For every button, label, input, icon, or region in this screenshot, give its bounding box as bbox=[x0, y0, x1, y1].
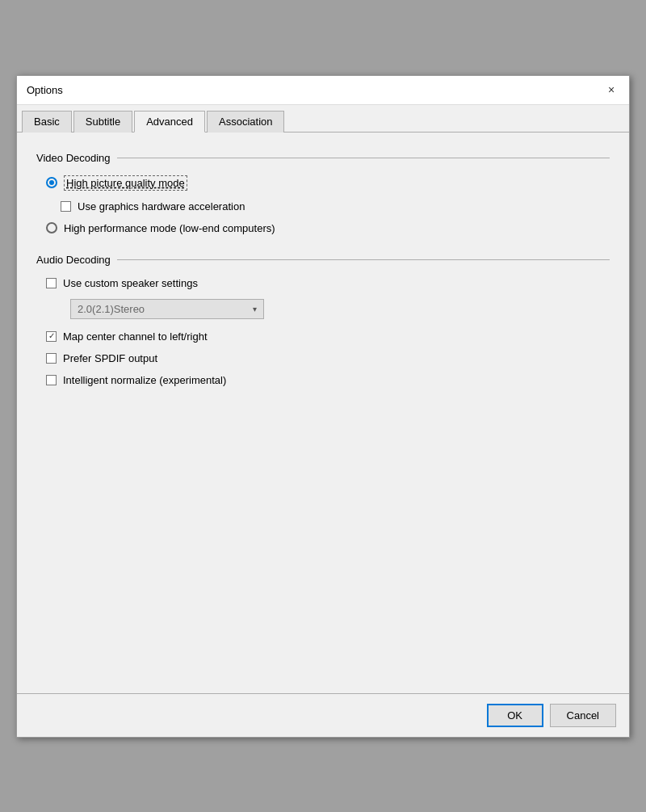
label-prefer-spdif: Prefer SPDIF output bbox=[63, 352, 157, 364]
tab-basic[interactable]: Basic bbox=[22, 111, 72, 133]
ok-button[interactable]: OK bbox=[487, 704, 543, 727]
radio-high-quality[interactable] bbox=[46, 177, 57, 188]
speaker-dropdown[interactable]: 2.0(2.1)Stereo ▾ bbox=[70, 299, 264, 319]
label-high-performance: High performance mode (low-end computers… bbox=[64, 222, 275, 234]
label-high-quality: High picture quality mode bbox=[64, 175, 187, 191]
label-intelligent-normalize: Intelligent normalize (experimental) bbox=[63, 374, 226, 386]
option-custom-speaker[interactable]: Use custom speaker settings bbox=[46, 277, 610, 289]
video-decoding-header: Video Decoding bbox=[36, 152, 610, 164]
option-high-performance[interactable]: High performance mode (low-end computers… bbox=[46, 222, 610, 234]
dialog-footer: OK Cancel bbox=[17, 693, 629, 737]
tab-subtitle[interactable]: Subtitle bbox=[73, 111, 132, 133]
audio-decoding-header: Audio Decoding bbox=[36, 254, 610, 266]
options-dialog: Options × Basic Subtitle Advanced Associ… bbox=[16, 75, 630, 738]
option-high-quality[interactable]: High picture quality mode bbox=[46, 175, 610, 191]
label-hw-accel: Use graphics hardware acceleration bbox=[78, 200, 245, 212]
checkbox-custom-speaker[interactable] bbox=[46, 278, 57, 288]
video-decoding-separator bbox=[117, 158, 610, 158]
audio-decoding-separator bbox=[117, 259, 610, 260]
checkbox-prefer-spdif[interactable] bbox=[46, 353, 57, 364]
label-map-center: Map center channel to left/right bbox=[63, 330, 208, 343]
option-intelligent-normalize[interactable]: Intelligent normalize (experimental) bbox=[46, 374, 610, 386]
tab-association[interactable]: Association bbox=[207, 111, 284, 133]
radio-high-performance[interactable] bbox=[46, 222, 57, 234]
title-bar: Options × bbox=[17, 76, 629, 105]
speaker-dropdown-row: 2.0(2.1)Stereo ▾ bbox=[70, 299, 610, 319]
audio-decoding-label: Audio Decoding bbox=[36, 254, 111, 266]
checkbox-map-center[interactable] bbox=[46, 331, 57, 342]
option-prefer-spdif[interactable]: Prefer SPDIF output bbox=[46, 352, 610, 364]
option-hw-accel[interactable]: Use graphics hardware acceleration bbox=[61, 200, 610, 212]
dialog-title: Options bbox=[27, 84, 63, 96]
dropdown-value: 2.0(2.1)Stereo bbox=[78, 303, 145, 315]
tab-bar: Basic Subtitle Advanced Association bbox=[17, 105, 629, 133]
tab-content-advanced: Video Decoding High picture quality mode… bbox=[17, 133, 629, 693]
checkbox-hw-accel[interactable] bbox=[61, 201, 71, 212]
video-decoding-label: Video Decoding bbox=[36, 152, 111, 164]
option-map-center[interactable]: Map center channel to left/right bbox=[46, 330, 610, 343]
label-custom-speaker: Use custom speaker settings bbox=[63, 277, 198, 289]
close-button[interactable]: × bbox=[603, 82, 619, 98]
tab-advanced[interactable]: Advanced bbox=[134, 111, 205, 133]
checkbox-intelligent-normalize[interactable] bbox=[46, 375, 57, 385]
dropdown-arrow-icon: ▾ bbox=[253, 305, 257, 313]
cancel-button[interactable]: Cancel bbox=[550, 704, 616, 727]
